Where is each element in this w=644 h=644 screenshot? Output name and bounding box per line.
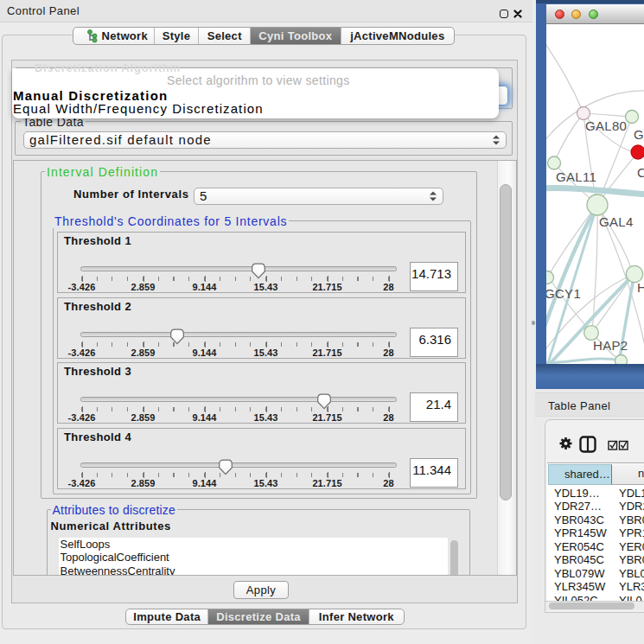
svg-text:HAP2: HAP2 xyxy=(593,338,628,353)
svg-text:GA: GA xyxy=(634,127,644,142)
svg-text:GCY1: GCY1 xyxy=(546,286,581,301)
svg-text:GAL80: GAL80 xyxy=(585,118,627,133)
svg-text:GAL11: GAL11 xyxy=(556,169,596,184)
svg-text:C: C xyxy=(637,165,644,180)
svg-text:GAL4: GAL4 xyxy=(599,214,634,229)
svg-text:H: H xyxy=(637,280,644,295)
